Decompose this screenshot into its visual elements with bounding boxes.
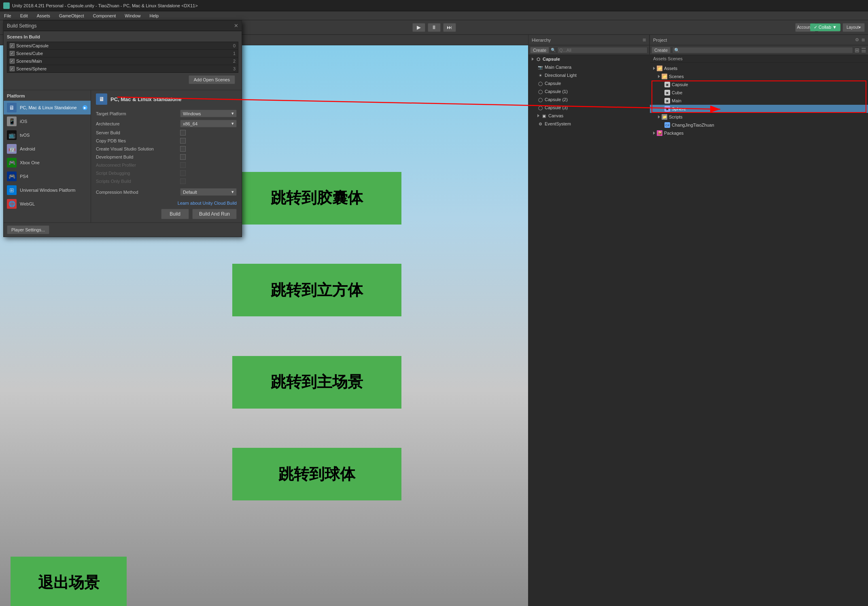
project-search-input[interactable] — [672, 47, 853, 53]
canvas-expand-icon — [537, 114, 539, 117]
capsule-icon: ◯ — [537, 81, 543, 86]
hierarchy-item-capsule[interactable]: ◯ Capsule — [528, 79, 649, 87]
scene-checkbox-cube[interactable]: ✓ — [10, 51, 15, 56]
project-scenes-folder[interactable]: 📁 Scenes — [650, 72, 868, 81]
jump-capsule-button[interactable]: 跳转到胶囊体 — [232, 172, 401, 225]
hierarchy-item-capsule2[interactable]: ◯ Capsule (2) — [528, 95, 649, 104]
platform-ios[interactable]: 📱 iOS — [4, 114, 91, 128]
platform-tvos[interactable]: 📺 tvOS — [4, 128, 91, 142]
create-vs-row: Create Visual Studio Solution — [96, 146, 237, 152]
exit-scene-button[interactable]: 退出场景 — [11, 557, 127, 606]
platform-settings-icon: 🖥 — [96, 93, 107, 105]
scene-sphere-icon: ▣ — [664, 106, 670, 112]
scenes-expand-icon — [658, 75, 660, 78]
server-build-checkbox[interactable] — [180, 130, 186, 136]
server-build-row: Server Build — [96, 130, 237, 136]
hierarchy-pin[interactable]: ⊞ — [643, 38, 646, 42]
menu-assets[interactable]: Assets — [35, 13, 52, 19]
player-settings-button[interactable]: Player Settings... — [7, 225, 49, 234]
scene-checkbox-main[interactable]: ✓ — [10, 59, 15, 64]
platform-tvos-icon: 📺 — [7, 130, 17, 140]
platform-webgl[interactable]: 🌐 WebGL — [4, 197, 91, 211]
collab-button[interactable]: ✓ Collab ▼ — [810, 23, 840, 31]
hierarchy-item-canvas[interactable]: ▣ Canvas — [528, 112, 649, 120]
project-title: Project — [653, 38, 667, 42]
hierarchy-search-input[interactable] — [557, 47, 647, 53]
scene-capsule[interactable]: ▣ Capsule — [650, 81, 868, 89]
menu-help[interactable]: Help — [148, 13, 160, 19]
scene-checkbox-capsule[interactable]: ✓ — [10, 43, 15, 48]
build-and-run-button[interactable]: Build And Run — [192, 209, 237, 219]
dev-build-label: Development Build — [96, 155, 177, 159]
pause-button[interactable]: ⏸ — [428, 23, 441, 32]
compression-select[interactable]: Default ▾ — [180, 188, 237, 196]
capsule1-icon: ◯ — [537, 89, 543, 94]
expand-triangle-icon — [532, 57, 534, 61]
jump-sphere-button[interactable]: 跳转到球体 — [232, 448, 401, 500]
menu-window[interactable]: Window — [123, 13, 142, 19]
hierarchy-item-directional-light[interactable]: ☀ Directional Light — [528, 71, 649, 79]
project-packages-folder[interactable]: 📦 Packages — [650, 129, 868, 137]
scene-item-capsule[interactable]: ✓ Scenes/Capsule 0 — [7, 42, 238, 50]
scene-item-sphere[interactable]: ✓ Scenes/Sphere 3 — [7, 65, 238, 72]
autoconnect-checkbox[interactable] — [180, 162, 186, 168]
hierarchy-title: Hierarchy — [532, 38, 551, 42]
copy-pdb-checkbox[interactable] — [180, 138, 186, 144]
scene-sphere[interactable]: ▣ Sphere — [650, 105, 868, 113]
build-button[interactable]: Build — [161, 209, 189, 219]
scene-hierarchy-icon: ⬡ — [535, 56, 541, 62]
hierarchy-item-capsule1[interactable]: ◯ Capsule (1) — [528, 87, 649, 95]
learn-link[interactable]: Learn about Unity Cloud Build — [96, 201, 237, 206]
menu-edit[interactable]: Edit — [19, 13, 30, 19]
platform-pc[interactable]: 🖥 PC, Mac & Linux Standalone ▶ — [4, 101, 91, 114]
project-create-button[interactable]: Create — [652, 47, 671, 53]
scenes-items-container: ▣ Capsule ▣ Cube ▣ Main ▣ Sphere — [650, 81, 868, 113]
layout-button[interactable]: Layout▾ — [843, 23, 865, 32]
build-settings-close-button[interactable]: ✕ — [234, 23, 238, 29]
menu-file[interactable]: File — [2, 13, 13, 19]
scripts-only-checkbox[interactable] — [180, 178, 186, 184]
dev-build-checkbox[interactable] — [180, 154, 186, 160]
platform-uwp[interactable]: ⊞ Universal Windows Platform — [4, 183, 91, 197]
architecture-select[interactable]: x86_64 ▾ — [180, 120, 237, 127]
platform-list: Platform 🖥 PC, Mac & Linux Standalone ▶ … — [4, 90, 91, 222]
menu-component[interactable]: Component — [91, 13, 117, 19]
scene-main[interactable]: ▣ Main — [650, 97, 868, 105]
project-scripts-folder[interactable]: 📁 Scripts — [650, 113, 868, 121]
scene-item-main[interactable]: ✓ Scenes/Main 2 — [7, 57, 238, 65]
project-panel: Project ⚙ ⊞ Create ⊞ ☰ Assets Scenes — [649, 35, 868, 606]
platform-android[interactable]: 🤖 Android — [4, 142, 91, 156]
jump-main-button[interactable]: 跳转到主场景 — [232, 356, 401, 409]
capsule2-icon: ◯ — [537, 97, 543, 102]
project-assets-folder[interactable]: 📁 Assets — [650, 64, 868, 72]
platform-settings-header: 🖥 PC, Mac & Linux Standalone — [96, 93, 237, 105]
scene-cube[interactable]: ▣ Cube — [650, 89, 868, 97]
build-bottom: Learn about Unity Cloud Build Build Buil… — [96, 201, 237, 219]
script-debugging-checkbox[interactable] — [180, 170, 186, 176]
project-pin-icon[interactable]: ⊞ — [862, 38, 865, 42]
project-view-list[interactable]: ☰ — [861, 47, 866, 53]
scene-list: ✓ Scenes/Capsule 0 ✓ Scenes/Cube 1 ✓ Sce… — [7, 42, 238, 73]
scripts-expand-icon — [658, 115, 660, 119]
scene-checkbox-sphere[interactable]: ✓ — [10, 66, 15, 71]
script-changejing[interactable]: C# ChangJingTiaoZhuan — [650, 121, 868, 129]
hierarchy-item-main-camera[interactable]: 📷 Main Camera — [528, 63, 649, 71]
play-button[interactable]: ▶ — [412, 23, 425, 32]
project-settings-icon[interactable]: ⚙ — [855, 37, 859, 42]
platform-ps4[interactable]: 🎮 PS4 — [4, 170, 91, 183]
platform-xbox[interactable]: 🎮 Xbox One — [4, 156, 91, 170]
jump-cube-button[interactable]: 跳转到立方体 — [232, 264, 401, 316]
step-button[interactable]: ⏭ — [443, 23, 456, 32]
add-open-scenes-button[interactable]: Add Open Scenes — [189, 75, 235, 84]
scenes-folder-icon: 📁 — [662, 74, 667, 79]
menu-gameobject[interactable]: GameObject — [57, 13, 86, 19]
project-view-toggle[interactable]: ⊞ — [855, 47, 860, 53]
server-build-label: Server Build — [96, 130, 177, 135]
hierarchy-item-capsule3[interactable]: ◯ Capsule (3) — [528, 104, 649, 112]
hierarchy-create-button[interactable]: Create — [530, 47, 549, 53]
hierarchy-item-eventsystem[interactable]: ⚙ EventSystem — [528, 120, 649, 128]
create-vs-checkbox[interactable] — [180, 146, 186, 152]
target-platform-select[interactable]: Windows ▾ — [180, 110, 237, 117]
scene-item-cube[interactable]: ✓ Scenes/Cube 1 — [7, 50, 238, 57]
hierarchy-root-item[interactable]: ⬡ Capsule — [528, 55, 649, 63]
